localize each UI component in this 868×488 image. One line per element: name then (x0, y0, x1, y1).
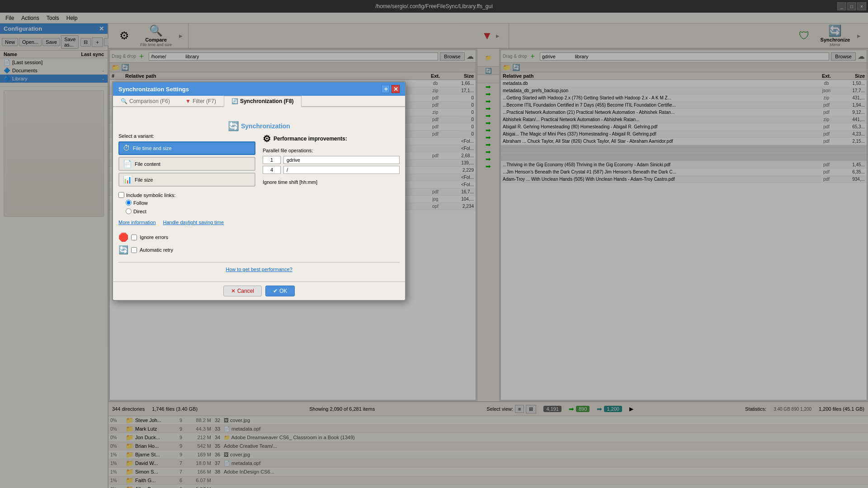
perf-label: ⚙ Performance improvements: (263, 133, 400, 144)
ok-icon: ✔ (273, 288, 278, 294)
best-performance-link[interactable]: How to get best performance? (226, 267, 292, 272)
sync-settings-dialog: Synchronization Settings ＋ ✕ 🔍 Compariso… (112, 81, 406, 301)
variant-label: Select a variant: (118, 133, 255, 139)
ignore-ts-section: Ignore time shift [hh:mm] (263, 179, 400, 185)
sync-section-heading: 🔄 Synchronization (118, 118, 400, 133)
dialog-right-col: ⚙ Performance improvements: Parallel fil… (263, 133, 400, 258)
symlink-label: Include symbolic links: (118, 192, 255, 198)
auto-retry-icon: 🔄 (118, 245, 128, 255)
ok-button[interactable]: ✔ OK (265, 286, 295, 296)
symlink-checkbox[interactable] (118, 192, 124, 198)
dialog-footer: ✕ Cancel ✔ OK (113, 282, 405, 300)
parallel-ops-label: Parallel file operations: (263, 148, 400, 153)
symlink-radio-group: Follow Direct (126, 200, 255, 216)
follow-option[interactable]: Follow (126, 200, 255, 206)
ignore-errors-icon: 🛑 (118, 232, 128, 242)
parallel-target-2[interactable]: / (283, 166, 400, 174)
content-icon: 📄 (123, 160, 132, 168)
parallel-target-1[interactable]: gdrive (283, 156, 400, 164)
variant-options: ⏱ File time and size 📄 File content 📊 Fi… (118, 141, 255, 187)
parallel-num-2[interactable]: 4 (263, 166, 281, 174)
symlink-section: Include symbolic links: Follow Direct (118, 192, 255, 216)
tab-filter[interactable]: ▼ Filter (F7) (178, 96, 224, 106)
dialog-title-bar: Synchronization Settings ＋ ✕ (113, 82, 405, 96)
perf-icon: ⚙ (263, 133, 271, 144)
sync-heading-icon: 🔄 (228, 121, 239, 131)
comparison-icon: 🔍 (121, 98, 127, 104)
handle-dst-link[interactable]: Handle daylight saving time (163, 220, 224, 225)
cancel-icon: ✕ (231, 288, 236, 294)
ignore-ts-label: Ignore time shift [hh:mm] (263, 179, 400, 185)
dialog-close-icon[interactable]: ✕ (392, 85, 400, 93)
parallel-num-1[interactable]: 1 (263, 156, 281, 164)
size-icon: 📊 (123, 175, 132, 184)
parallel-row-1: 1 gdrive (263, 156, 400, 164)
sync-tab-icon: 🔄 (231, 98, 238, 104)
filter-icon: ▼ (185, 98, 191, 104)
direct-option[interactable]: Direct (126, 208, 255, 214)
dialog-overlay[interactable]: Synchronization Settings ＋ ✕ 🔍 Compariso… (0, 0, 868, 488)
dialog-columns: Select a variant: ⏱ File time and size 📄… (118, 133, 400, 258)
links-row: More information Handle daylight saving … (118, 220, 255, 225)
error-section: 🛑 Ignore errors 🔄 Automatic retry (118, 232, 255, 255)
dialog-tabs: 🔍 Comparison (F6) ▼ Filter (F7) 🔄 Synchr… (113, 96, 405, 107)
variant-file-size[interactable]: 📊 File size (118, 173, 255, 187)
dialog-left-col: Select a variant: ⏱ File time and size 📄… (118, 133, 255, 258)
direct-radio[interactable] (126, 208, 132, 214)
dialog-plus-icon[interactable]: ＋ (382, 85, 390, 93)
dialog-body: 🔄 Synchronization Select a variant: ⏱ Fi… (113, 113, 405, 282)
parallel-row-2: 4 / (263, 166, 400, 174)
bottom-link-section: How to get best performance? (118, 262, 400, 276)
tab-comparison[interactable]: 🔍 Comparison (F6) (113, 96, 178, 106)
variant-file-content[interactable]: 📄 File content (118, 157, 255, 171)
ignore-errors-row: 🛑 Ignore errors (118, 232, 255, 242)
cancel-button[interactable]: ✕ Cancel (223, 286, 262, 296)
more-info-link[interactable]: More information (118, 220, 156, 225)
variant-file-time-size[interactable]: ⏱ File time and size (118, 141, 255, 155)
auto-retry-row: 🔄 Automatic retry (118, 245, 255, 255)
tab-synchronization[interactable]: 🔄 Synchronization (F8) (224, 96, 302, 107)
follow-radio[interactable] (126, 200, 132, 206)
ignore-errors-checkbox[interactable] (131, 235, 137, 240)
time-icon: ⏱ (123, 144, 130, 152)
auto-retry-checkbox[interactable] (131, 247, 137, 253)
dialog-title-text: Synchronization Settings (118, 86, 189, 93)
